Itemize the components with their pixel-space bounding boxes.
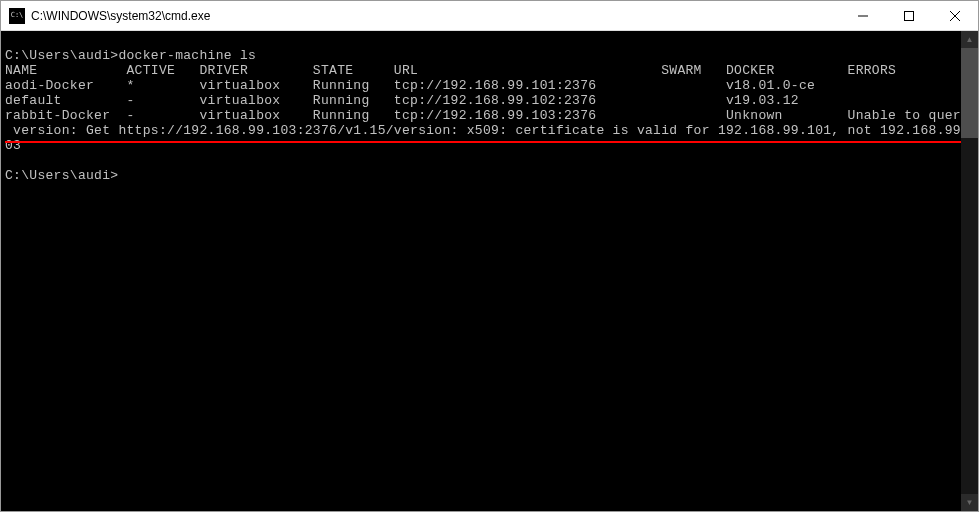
vertical-scrollbar[interactable]: ▲ ▼ [961,31,978,511]
scroll-down-button[interactable]: ▼ [961,494,978,511]
window-titlebar[interactable]: C:\WINDOWS\system32\cmd.exe [1,1,978,31]
error-highlight-underline [5,141,961,143]
minimize-button[interactable] [840,1,886,30]
svg-rect-1 [905,11,914,20]
scrollbar-thumb[interactable] [961,48,978,138]
window-controls [840,1,978,30]
maximize-button[interactable] [886,1,932,30]
terminal-output[interactable]: C:\Users\audi>docker-machine ls NAME ACT… [1,31,961,511]
cmd-icon [9,8,25,24]
terminal-area: C:\Users\audi>docker-machine ls NAME ACT… [1,31,978,511]
scroll-up-button[interactable]: ▲ [961,31,978,48]
window-title: C:\WINDOWS\system32\cmd.exe [31,9,840,23]
close-button[interactable] [932,1,978,30]
